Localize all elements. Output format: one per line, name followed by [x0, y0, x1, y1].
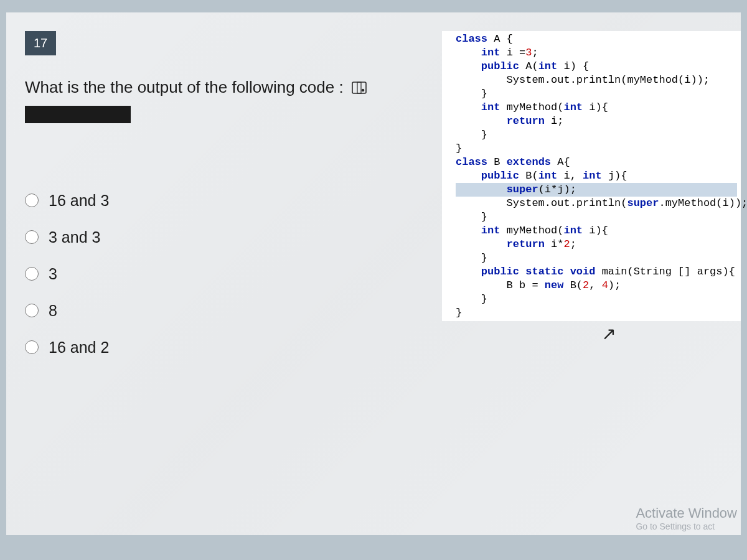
- answer-radio[interactable]: [25, 194, 39, 207]
- answer-option-label: 16 and 3: [49, 192, 109, 210]
- image-icon[interactable]: [352, 79, 367, 98]
- answer-option-label: 16 and 2: [49, 338, 109, 357]
- answer-option[interactable]: 3 and 3: [25, 228, 442, 246]
- watermark-subtitle: Go to Settings to act: [636, 521, 737, 531]
- answer-option[interactable]: 8: [25, 302, 442, 320]
- answer-radio[interactable]: [25, 267, 39, 281]
- svg-point-2: [362, 88, 365, 91]
- answer-option[interactable]: 3: [25, 265, 442, 283]
- answer-options: 16 and 33 and 33816 and 2: [25, 192, 442, 357]
- answer-radio[interactable]: [25, 340, 39, 354]
- answer-option[interactable]: 16 and 2: [25, 338, 442, 357]
- answer-option[interactable]: 16 and 3: [25, 192, 442, 210]
- question-text-label: What is the the output of the following …: [25, 78, 344, 96]
- answer-radio[interactable]: [25, 304, 39, 317]
- question-row: 17 What is the the output of the followi…: [25, 31, 741, 375]
- question-number-badge: 17: [25, 31, 56, 55]
- question-left-column: 17 What is the the output of the followi…: [25, 31, 442, 375]
- answer-option-label: 3 and 3: [49, 228, 100, 246]
- svg-rect-1: [357, 82, 361, 93]
- svg-rect-0: [352, 82, 366, 93]
- mouse-cursor-icon: ↖: [602, 324, 616, 344]
- answer-radio[interactable]: [25, 230, 39, 244]
- code-snippet: class A { int i =3; public A(int i) { Sy…: [442, 31, 741, 321]
- question-text: What is the the output of the following …: [25, 78, 442, 98]
- redacted-block: [25, 106, 131, 123]
- watermark-title: Activate Window: [636, 505, 737, 521]
- activate-windows-watermark: Activate Window Go to Settings to act: [636, 505, 737, 531]
- answer-option-label: 8: [49, 302, 57, 320]
- question-page: 17 What is the the output of the followi…: [6, 12, 741, 535]
- answer-option-label: 3: [49, 265, 57, 283]
